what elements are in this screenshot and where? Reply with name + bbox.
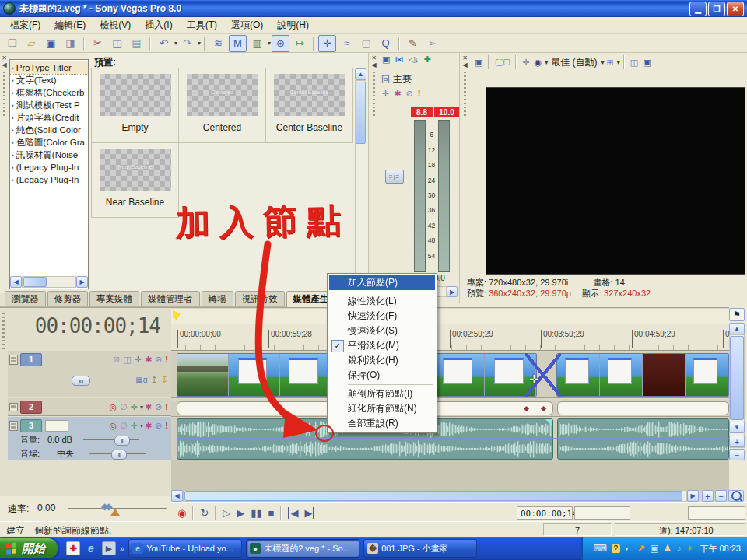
timeline-hscrollbar[interactable]: ◀ ▶ + − — [171, 490, 747, 502]
preview-grip[interactable]: ✕ ◀ — [461, 53, 469, 286]
split-screen-icon[interactable]: ✛ — [522, 58, 529, 68]
scroll-right-button[interactable]: ▶ — [447, 286, 458, 297]
track2-event-2[interactable] — [557, 401, 729, 415]
preset-cell[interactable]: CenteredCentered — [178, 68, 266, 143]
overlay-icon[interactable]: ◉ — [535, 58, 542, 68]
marker-tool-button[interactable]: ⚑ — [729, 308, 745, 321]
peak-right-readout[interactable]: 10.0 — [434, 107, 459, 117]
menu-item-1[interactable]: 編輯(E) — [47, 16, 93, 34]
minimize-button[interactable]: ▁ — [689, 2, 707, 16]
automation-icon[interactable]: ✛ — [135, 355, 142, 365]
dim-output-icon[interactable]: ◁↓ — [408, 54, 419, 65]
track2-header[interactable]: 2 ◎ ∅ ✛▾ ✱ ⊘ ! — [8, 398, 171, 416]
tab-3[interactable]: 媒體管理者 — [141, 291, 200, 306]
internet-explorer-icon[interactable]: e — [85, 542, 97, 555]
zoom-edit-tool-icon[interactable]: Q — [377, 35, 395, 52]
copy-snapshot-icon[interactable]: ◫ — [630, 58, 638, 68]
redo-icon[interactable]: ↷ — [178, 35, 196, 52]
solo-icon[interactable]: ! — [418, 89, 421, 99]
menu-item-3[interactable]: 插入(I) — [138, 16, 179, 34]
restore-button[interactable]: ❐ — [708, 2, 725, 16]
auto-ripple-icon[interactable]: M — [229, 35, 247, 52]
video-event-2[interactable] — [556, 353, 729, 397]
context-menu-item[interactable]: 顛倒所有節點(I) — [329, 387, 435, 401]
video-display[interactable] — [486, 87, 745, 275]
vscroll-thumb[interactable] — [730, 336, 744, 420]
peak-left-readout[interactable]: 8.8 — [411, 107, 433, 117]
time-ruler[interactable]: 00:00:00;0000:00:59;2800:02:59;2900:03:5… — [171, 324, 729, 351]
rate-value[interactable]: 0.00 — [37, 502, 55, 513]
generator-item[interactable]: ▪(Legacy Plug-In — [10, 173, 88, 186]
selection-length-box[interactable] — [688, 506, 745, 520]
track2-number[interactable]: 2 — [20, 401, 42, 414]
generator-panel-grip[interactable]: ✕ ◀ — [0, 53, 9, 293]
track-minimize-icon[interactable] — [9, 403, 18, 411]
paste-icon[interactable]: ▤ — [128, 35, 146, 52]
tab-1[interactable]: 修剪器 — [47, 291, 89, 306]
presets-vscrollbar[interactable]: ▲ ▼ — [355, 68, 367, 291]
collapse-panel-icon[interactable]: ◀ — [2, 61, 6, 68]
drag-handle[interactable] — [2, 313, 5, 352]
envelope-edit-tool-icon[interactable]: ≈ — [338, 35, 356, 52]
new-project-icon[interactable]: ❏ — [3, 35, 21, 52]
envelope-node[interactable] — [524, 406, 529, 411]
bypass-motion-blur-icon[interactable]: ⊠ — [113, 355, 120, 365]
scroll-up-button[interactable]: ▲ — [729, 323, 745, 334]
taskbar-task-2[interactable]: �001.JPG - 小畫家 — [363, 539, 477, 558]
project-properties-icon[interactable]: ◨ — [61, 35, 79, 52]
lock-envelopes-icon[interactable]: ⊛ — [272, 35, 289, 52]
dropdown-arrow-icon[interactable]: ▾ — [198, 40, 201, 47]
language-options-chevron[interactable]: ▾ — [625, 545, 628, 552]
phase-invert-icon[interactable]: ∅ — [120, 421, 128, 431]
tray-update-icon[interactable]: ↗ — [637, 543, 645, 554]
scroll-down-button[interactable]: ▼ — [729, 422, 745, 433]
timeline-timecode[interactable]: 00:00:00;14 — [35, 314, 160, 338]
drag-handle[interactable] — [3, 72, 5, 118]
rate-slider-handle[interactable]: ◆◆ — [101, 501, 109, 512]
make-compositing-child-icon[interactable]: ↧ — [161, 375, 168, 385]
normal-edit-tool-icon[interactable]: ✛ — [318, 35, 336, 52]
mute-icon[interactable]: ⊘ — [155, 355, 162, 365]
dropdown-arrow-icon[interactable]: ▾ — [174, 40, 177, 47]
grid-overlay-icon[interactable]: ⊞ — [607, 58, 614, 68]
menu-item-4[interactable]: 工具(T) — [180, 16, 224, 34]
fader-track[interactable] — [395, 118, 395, 274]
selection-edit-tool-icon[interactable]: ▢ — [357, 35, 375, 52]
menu-item-0[interactable]: 檔案(F) — [3, 16, 47, 34]
track-fx-icon[interactable]: ✱ — [145, 355, 152, 365]
pan-slider[interactable]: ▮ — [89, 453, 146, 454]
collapse-panel-icon[interactable]: ◀ — [462, 61, 467, 68]
empty-track-space[interactable] — [171, 460, 729, 491]
tab-4[interactable]: 轉場 — [202, 291, 233, 306]
copy-icon[interactable]: ◫ — [108, 35, 126, 52]
track-minimize-icon[interactable] — [9, 355, 18, 365]
tab-2[interactable]: 專案媒體 — [89, 291, 139, 306]
pan-value[interactable]: 中央 — [57, 448, 74, 460]
menu-item-6[interactable]: 說明(H) — [270, 16, 316, 34]
parent-composite-icon[interactable]: ▦α — [135, 376, 147, 384]
play-from-start-button[interactable]: ▷ — [223, 507, 230, 519]
context-menu-item[interactable]: 快速淡化(F) — [329, 309, 435, 324]
preset-thumbnail[interactable]: Near Baseline — [100, 149, 171, 191]
cursor-position-box[interactable]: 00:00:00;14 — [517, 506, 573, 520]
timeline-area[interactable]: 00:00:00;0000:00:59;2800:02:59;2900:03:5… — [171, 307, 729, 502]
mixer-grip[interactable]: ✕ ◀ — [370, 53, 378, 286]
scroll-thumb[interactable] — [356, 82, 366, 144]
start-button[interactable]: 開始 — [0, 538, 58, 558]
track2-lane[interactable] — [171, 401, 729, 417]
close-panel-icon[interactable]: ✕ — [2, 54, 7, 61]
tray-volume-icon[interactable]: ♪ — [676, 543, 681, 554]
fade-handle[interactable] — [545, 419, 552, 426]
pause-button[interactable]: ▮▮ — [251, 507, 261, 519]
bus-fx-icon[interactable]: ✱ — [394, 89, 401, 99]
title-bar[interactable]: 未標題的2.veg * - Sony Vegas Pro 8.0 ▁ ❐ ✕ — [0, 0, 747, 17]
generator-item[interactable]: ▪文字(Text) — [10, 74, 88, 86]
drag-handle[interactable] — [373, 72, 375, 118]
arm-record-icon[interactable]: ◎ — [109, 402, 117, 412]
context-menu-item[interactable]: 線性淡化(L) — [329, 294, 435, 309]
enable-snapping-icon[interactable]: ≋ — [209, 35, 227, 52]
generator-item[interactable]: ▪(Legacy Plug-In — [10, 161, 88, 173]
media-app-icon[interactable]: ▶ — [102, 541, 116, 555]
track3-header[interactable]: 3 ◎ ∅ ✛▾ ✱ ⊘ ! 音量: 0.0 dB ▮ 音場: 中央 ▮ — [8, 417, 171, 460]
language-keyboard-icon[interactable]: ⌨ — [593, 543, 606, 554]
